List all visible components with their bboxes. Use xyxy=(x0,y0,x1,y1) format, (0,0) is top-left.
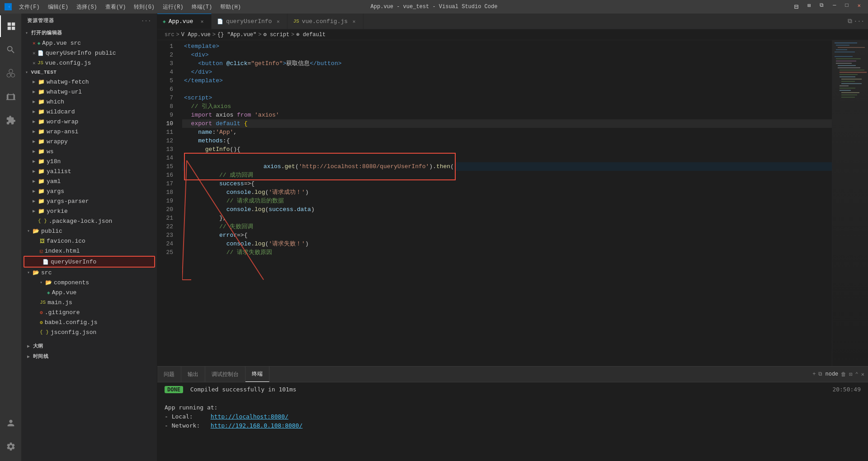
minimize-button[interactable]: ⊟ xyxy=(791,1,801,12)
menu-goto[interactable]: 转到(G) xyxy=(130,2,158,12)
menu-view[interactable]: 查看(V) xyxy=(102,2,130,12)
tab-close-config[interactable]: ✕ xyxy=(350,18,358,25)
folder-components[interactable]: ▾ 📂 components xyxy=(22,278,157,287)
window-controls[interactable]: ⊟ ⊞ ⧉ ─ □ ✕ xyxy=(791,1,863,12)
file-jsconfig[interactable]: { } jsconfig.json xyxy=(22,327,157,337)
folder-yaml[interactable]: ▶ 📁 yaml xyxy=(22,176,157,186)
open-editor-queryuserinfo[interactable]: ✕ 📄 queryUserInfo public xyxy=(22,48,157,58)
panel-tab-output[interactable]: 输出 xyxy=(181,367,205,382)
code-line-20[interactable]: console.log(success.data) xyxy=(182,205,832,214)
code-line-15[interactable]: 💡 axios.get('http://localhost:8080/query… xyxy=(182,162,832,171)
folder-word-wrap[interactable]: ▶ 📁 word-wrap xyxy=(22,117,157,127)
code-line-19[interactable]: // 请求成功后的数据 xyxy=(182,197,832,205)
code-line-24[interactable]: console.log('请求失败！') xyxy=(182,240,832,248)
menu-edit[interactable]: 编辑(E) xyxy=(44,2,72,12)
folder-whatwg-fetch[interactable]: ▶ 📁 whatwg-fetch xyxy=(22,77,157,87)
open-editors-header[interactable]: ▾ 打开的编辑器 xyxy=(22,28,157,38)
code-line-1[interactable]: <template> xyxy=(182,42,832,51)
close-icon2[interactable]: ✕ xyxy=(33,50,36,56)
tab-app-vue[interactable]: ◈ App.vue ✕ xyxy=(157,14,212,29)
file-gitignore[interactable]: ⚙ .gitignore xyxy=(22,307,157,317)
activity-explorer[interactable] xyxy=(0,15,22,37)
file-index-html[interactable]: ◱ index.html xyxy=(22,246,157,256)
code-line-7[interactable]: <script> xyxy=(182,94,832,102)
activity-account[interactable] xyxy=(0,412,22,434)
tab-queryuserinfo[interactable]: 📄 queryUserInfo ✕ xyxy=(212,14,288,29)
local-url[interactable]: http://localhost:8080/ xyxy=(211,413,288,420)
menu-file[interactable]: 文件(F) xyxy=(15,2,43,12)
network-url[interactable]: http://192.168.0.108:8080/ xyxy=(211,422,303,429)
folder-public[interactable]: ▾ 📂 public xyxy=(22,226,157,236)
code-line-11[interactable]: name:'App', xyxy=(182,128,832,136)
breadcrumb-appvue[interactable]: V App.vue xyxy=(181,32,211,38)
menu-select[interactable]: 选择(S) xyxy=(73,2,101,12)
activity-scm[interactable] xyxy=(0,62,22,84)
code-line-5[interactable]: </template> xyxy=(182,76,832,85)
breadcrumb-script[interactable]: ⚙ script xyxy=(263,31,289,38)
layout-button[interactable]: ⊞ xyxy=(805,1,813,12)
file-queryuserinfo[interactable]: 📄 queryUserInfo xyxy=(24,257,154,267)
file-babel-config[interactable]: ⚙ babel.config.js xyxy=(22,317,157,327)
trash-icon[interactable]: 🗑 xyxy=(841,371,846,378)
tab-close-app-vue[interactable]: ✕ xyxy=(198,18,206,25)
project-header[interactable]: ▾ VUE_TEST xyxy=(22,68,157,77)
folder-whatwg-url[interactable]: ▶ 📁 whatwg-url xyxy=(22,87,157,97)
split-panel-icon[interactable]: ⊡ xyxy=(849,371,852,378)
close-panel-icon[interactable]: ✕ xyxy=(861,371,864,378)
outline-header[interactable]: ▶ 大纲 xyxy=(22,341,157,351)
menu-terminal[interactable]: 终端(T) xyxy=(188,2,216,12)
code-line-4[interactable]: </div> xyxy=(182,68,832,76)
more-tabs-icon[interactable]: ··· xyxy=(854,18,864,25)
folder-wrappy[interactable]: ▶ 📁 wrappy xyxy=(22,136,157,146)
open-editor-vueconfig[interactable]: ✕ JS vue.config.js xyxy=(22,58,157,68)
folder-ws[interactable]: ▶ 📁 ws xyxy=(22,146,157,156)
split-editor-icon[interactable]: ⧉ xyxy=(848,18,852,25)
code-line-17[interactable]: success=>{ xyxy=(182,179,832,188)
code-line-8[interactable]: // 引入axios xyxy=(182,102,832,111)
add-terminal-icon[interactable]: + xyxy=(812,371,816,377)
panel-tab-terminal[interactable]: 终端 xyxy=(245,367,269,382)
sidebar-more[interactable]: ··· xyxy=(141,18,151,24)
breadcrumb-default[interactable]: ⊕ default xyxy=(296,31,326,38)
activity-search[interactable] xyxy=(0,39,22,61)
folder-yargs-parser[interactable]: ▶ 📁 yargs-parser xyxy=(22,196,157,206)
code-line-2[interactable]: <div> xyxy=(182,51,832,59)
tab-close-query[interactable]: ✕ xyxy=(274,18,282,25)
activity-settings[interactable] xyxy=(0,436,22,457)
code-line-12[interactable]: methods:{ xyxy=(182,136,832,145)
folder-yallist[interactable]: ▶ 📁 yallist xyxy=(22,166,157,176)
file-package-lock[interactable]: { } .package-lock.json xyxy=(22,216,157,226)
maximize-win[interactable]: □ xyxy=(843,1,851,12)
split-terminal-icon[interactable]: ⧉ xyxy=(818,371,822,377)
folder-which[interactable]: ▶ 📁 which xyxy=(22,97,157,107)
menu-run[interactable]: 运行(R) xyxy=(159,2,187,12)
panel-tab-problems[interactable]: 问题 xyxy=(157,367,181,382)
code-line-25[interactable]: // 请求失败原因 xyxy=(182,248,832,257)
code-line-10[interactable]: export default { xyxy=(182,119,832,128)
close-icon3[interactable]: ✕ xyxy=(33,60,36,66)
code-line-6[interactable] xyxy=(182,85,832,94)
code-content[interactable]: <template> <div> <button @click="getInfo… xyxy=(182,40,832,366)
timeline-header[interactable]: ▶ 时间线 xyxy=(22,351,157,362)
code-line-23[interactable]: error=>{ xyxy=(182,231,832,240)
open-editor-appvue[interactable]: ✕ ◈ App.vue src xyxy=(22,38,157,48)
menu-help[interactable]: 帮助(H) xyxy=(217,2,245,12)
file-favicon[interactable]: 🖼 favicon.ico xyxy=(22,236,157,246)
folder-yorkie[interactable]: ▶ 📁 yorkie xyxy=(22,206,157,216)
split-button[interactable]: ⧉ xyxy=(817,1,826,12)
code-line-22[interactable]: // 失败回调 xyxy=(182,222,832,231)
tab-vue-config[interactable]: JS vue.config.js ✕ xyxy=(288,14,363,29)
panel-tab-debug[interactable]: 调试控制台 xyxy=(205,367,245,382)
code-line-3[interactable]: <button @click="getInfo">获取信息</button> xyxy=(182,59,832,68)
code-editor[interactable]: 1 2 3 4 5 6 7 8 9 10 11 12 13 14 15 16 1 xyxy=(157,40,868,366)
maximize-panel-icon[interactable]: ⌃ xyxy=(855,371,859,378)
code-line-9[interactable]: import axios from 'axios' xyxy=(182,111,832,119)
close-win[interactable]: ✕ xyxy=(855,1,863,12)
folder-src[interactable]: ▾ 📂 src xyxy=(22,268,157,278)
close-icon[interactable]: ✕ xyxy=(33,40,36,46)
folder-yargs[interactable]: ▶ 📁 yargs xyxy=(22,186,157,196)
menu-bar[interactable]: 文件(F) 编辑(E) 选择(S) 查看(V) 转到(G) 运行(R) 终端(T… xyxy=(15,2,245,12)
breadcrumb-obj[interactable]: {} "App.vue" xyxy=(217,32,256,38)
code-line-18[interactable]: console.log('请求成功！') xyxy=(182,188,832,197)
folder-y18n[interactable]: ▶ 📁 y18n xyxy=(22,156,157,166)
